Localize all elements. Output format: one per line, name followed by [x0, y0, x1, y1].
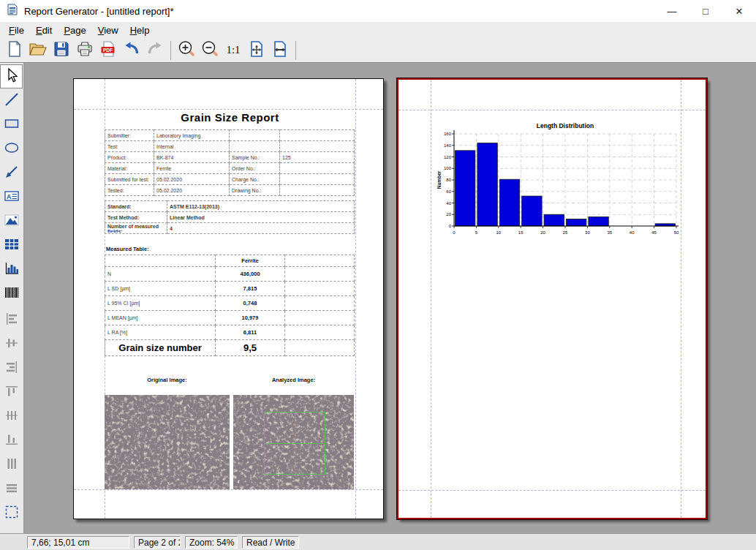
- svg-text:40: 40: [446, 201, 451, 206]
- summary-value: 9,5: [216, 340, 285, 356]
- toolbar-separator: [295, 41, 296, 60]
- original-micrograph-image[interactable]: [105, 395, 230, 492]
- measured-table[interactable]: Ferrite N436,000 L SD [µm]7,815 L 95% CI…: [105, 255, 355, 356]
- svg-text:40: 40: [630, 230, 635, 235]
- maximize-button[interactable]: □: [689, 0, 722, 22]
- analyzed-micrograph-image[interactable]: [233, 395, 354, 492]
- fit-page-icon: [248, 40, 265, 61]
- cell-label: Test:: [105, 141, 154, 152]
- zoom-actual-size-button[interactable]: 1:1: [222, 39, 245, 61]
- text-icon: A: [4, 188, 20, 207]
- cell-value: 6,811: [216, 325, 285, 340]
- tool-chart[interactable]: [0, 257, 23, 282]
- menu-edit[interactable]: Edit: [30, 23, 58, 37]
- svg-text:PDF: PDF: [103, 47, 113, 52]
- table-header-row: Ferrite: [105, 255, 355, 267]
- cell-label: Number of measured fields:: [105, 223, 167, 234]
- menu-file[interactable]: File: [3, 23, 30, 37]
- undo-button[interactable]: [120, 39, 143, 61]
- cell-label: Product:: [105, 152, 154, 163]
- align-top-icon: [4, 383, 20, 402]
- line-icon: [4, 91, 20, 110]
- save-button[interactable]: [50, 39, 73, 61]
- new-document-icon: [6, 40, 23, 61]
- cell-label: N: [105, 267, 216, 282]
- mode-indicator: Read / Write: [242, 536, 299, 549]
- tool-rectangle[interactable]: [0, 113, 23, 137]
- table-row: L 95% CI [µm]0,748: [105, 296, 355, 311]
- table-row: Submitter:Laboratory Imaging: [105, 130, 355, 141]
- tool-distribute-horizontal[interactable]: [0, 404, 23, 429]
- fit-page-button[interactable]: [245, 39, 268, 61]
- margin-guide: [398, 490, 706, 491]
- tool-arrow[interactable]: [0, 161, 23, 185]
- cell-label: Submitted for test:: [105, 174, 154, 185]
- svg-text:Number: Number: [436, 170, 442, 189]
- tool-equal-spacing-vertical[interactable]: [0, 477, 23, 501]
- cell-value: Laboratory Imaging: [154, 130, 230, 141]
- menu-page[interactable]: Page: [58, 23, 91, 37]
- align-bottom-icon: [4, 432, 20, 451]
- cell-value: ASTM E112-13(2013): [167, 201, 355, 212]
- tool-align-bottom[interactable]: [0, 429, 23, 453]
- rectangle-icon: [4, 116, 20, 135]
- tool-barcode[interactable]: [0, 282, 23, 306]
- method-table[interactable]: Standard:ASTM E112-13(2013) Test Method:…: [105, 200, 355, 234]
- zoom-in-button[interactable]: [175, 39, 198, 61]
- menu-help[interactable]: Help: [124, 23, 156, 37]
- tool-select-region[interactable]: [0, 501, 23, 525]
- workspace: A Grain Size Report Submitter:Laboratory…: [0, 63, 756, 533]
- report-page-1[interactable]: Grain Size Report Submitter:Laboratory I…: [73, 78, 384, 519]
- document-canvas[interactable]: Grain Size Report Submitter:Laboratory I…: [24, 63, 756, 533]
- table-row: Number of measured fields:4: [105, 223, 355, 234]
- toolbar-separator: [170, 41, 171, 60]
- tool-align-left[interactable]: [0, 308, 23, 332]
- tool-equal-spacing-horizontal[interactable]: [0, 453, 23, 477]
- export-pdf-button[interactable]: PDF: [97, 39, 120, 61]
- info-table[interactable]: Submitter:Laboratory Imaging Test:Intern…: [105, 129, 355, 196]
- main-toolbar: PDF 1:1: [0, 38, 756, 63]
- svg-text:35: 35: [607, 230, 612, 235]
- svg-text:A: A: [7, 192, 12, 200]
- zoom-out-button[interactable]: [198, 39, 222, 61]
- open-button[interactable]: [26, 39, 50, 61]
- length-distribution-chart[interactable]: Length Distribution020406080100120140160…: [435, 118, 681, 242]
- new-document-button[interactable]: [3, 39, 26, 61]
- undo-icon: [123, 40, 140, 61]
- minimize-button[interactable]: —: [655, 0, 689, 22]
- cell-label: Order No.:: [230, 163, 280, 174]
- svg-text:0: 0: [453, 230, 456, 235]
- cell-label: Standard:: [105, 201, 167, 212]
- tool-align-middle[interactable]: [0, 332, 23, 356]
- cell-value: Internal: [154, 141, 230, 152]
- menu-bar: File Edit Page View Help: [0, 22, 756, 38]
- tool-align-top[interactable]: [0, 380, 23, 404]
- cell-value: [280, 130, 355, 141]
- table-row: L RA [%]6,811: [105, 325, 355, 340]
- tool-align-right[interactable]: [0, 356, 23, 380]
- svg-text:20: 20: [540, 230, 545, 235]
- table-row: Material:FerriteOrder No.:: [105, 163, 355, 174]
- tool-table[interactable]: [0, 233, 23, 257]
- redo-button[interactable]: [143, 39, 167, 61]
- close-button[interactable]: ✕: [722, 0, 756, 22]
- summary-label: Grain size number: [105, 340, 216, 356]
- cell-value: [280, 163, 355, 174]
- tool-text[interactable]: A: [0, 185, 23, 209]
- tool-line[interactable]: [0, 88, 23, 113]
- cell-label: L MEAN [µm]: [105, 311, 216, 325]
- menu-view[interactable]: View: [92, 23, 124, 37]
- tool-image[interactable]: [0, 209, 23, 233]
- table-row: N436,000: [105, 267, 355, 282]
- fit-width-button[interactable]: [268, 39, 292, 61]
- report-title[interactable]: Grain Size Report: [105, 111, 355, 124]
- original-image-label: Original Image:: [105, 377, 230, 383]
- summary-row: Grain size number9,5: [105, 340, 355, 356]
- select-region-icon: [4, 504, 20, 523]
- report-page-2-selected[interactable]: Length Distribution020406080100120140160…: [397, 78, 707, 519]
- tool-select[interactable]: [0, 64, 23, 88]
- print-button[interactable]: [73, 39, 97, 61]
- svg-text:25: 25: [563, 230, 568, 235]
- save-icon: [53, 40, 70, 61]
- tool-ellipse[interactable]: [0, 137, 23, 161]
